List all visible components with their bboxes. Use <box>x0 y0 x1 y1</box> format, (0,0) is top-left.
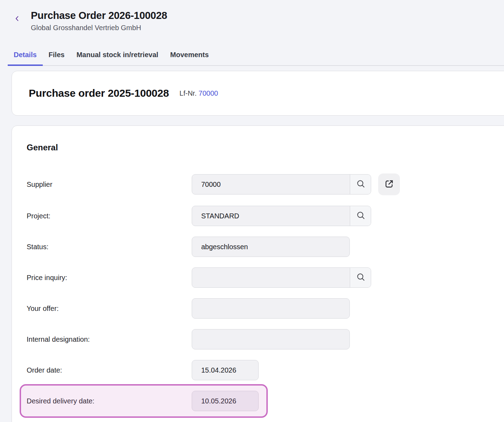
supplier-label: Supplier <box>27 181 192 189</box>
tab-details[interactable]: Details <box>8 47 43 66</box>
tab-movements[interactable]: Movements <box>164 47 215 66</box>
status-label: Status: <box>27 243 192 251</box>
tab-manual-stock[interactable]: Manual stock in/retrieval <box>70 47 164 66</box>
chevron-left-icon <box>13 19 21 24</box>
status-input-group <box>192 237 350 257</box>
search-icon <box>356 272 365 283</box>
supplier-input[interactable] <box>192 175 350 194</box>
internal-designation-input[interactable] <box>192 329 349 349</box>
general-card: General Supplier Project: <box>12 125 504 422</box>
tab-bar: Details Files Manual stock in/retrieval … <box>8 47 504 66</box>
form-row-your-offer: Your offer: <box>27 298 497 319</box>
status-input[interactable] <box>192 237 349 257</box>
supplier-number-caption: Lf-Nr. 70000 <box>179 89 218 97</box>
price-inquiry-search-button[interactable] <box>350 268 371 287</box>
your-offer-input[interactable] <box>192 299 349 318</box>
desired-delivery-date-input-group <box>192 391 259 411</box>
form-row-project: Project: <box>27 206 497 226</box>
project-search-button[interactable] <box>350 206 371 226</box>
price-inquiry-label: Price inquiry: <box>27 274 192 282</box>
internal-designation-label: Internal designation: <box>27 335 192 343</box>
general-heading: General <box>27 143 497 152</box>
your-offer-input-group <box>192 298 350 319</box>
tab-files[interactable]: Files <box>43 47 71 66</box>
form-row-status: Status: <box>27 237 497 257</box>
form-row-internal-designation: Internal designation: <box>27 329 497 349</box>
desired-delivery-date-input[interactable] <box>192 391 258 411</box>
order-card-title: Purchase order 2025-100028 <box>29 87 169 99</box>
supplier-input-group <box>192 174 371 195</box>
supplier-open-button[interactable] <box>378 173 400 195</box>
project-label: Project: <box>27 212 192 220</box>
order-date-label: Order date: <box>27 366 192 374</box>
general-form: Supplier Project: <box>27 173 497 411</box>
lf-nr-label: Lf-Nr. <box>179 89 197 97</box>
price-inquiry-input-group <box>192 267 371 288</box>
form-row-order-date: Order date: <box>27 360 497 380</box>
form-row-desired-delivery-date: Desired delivery date: <box>27 391 497 411</box>
supplier-number-link[interactable]: 70000 <box>199 89 218 97</box>
form-row-supplier: Supplier <box>27 173 497 195</box>
project-input-group <box>192 206 371 226</box>
page-title: Purchase Order 2026-100028 <box>31 9 167 22</box>
price-inquiry-input[interactable] <box>192 268 350 287</box>
project-input[interactable] <box>192 206 350 226</box>
order-date-input[interactable] <box>192 360 258 380</box>
page-subtitle: Global Grosshandel Vertrieb GmbH <box>31 22 167 33</box>
internal-designation-input-group <box>192 329 350 349</box>
back-button[interactable] <box>13 14 21 23</box>
desired-delivery-date-label: Desired delivery date: <box>27 397 192 405</box>
search-icon <box>356 179 365 190</box>
page-header: Purchase Order 2026-100028 Global Grossh… <box>0 0 504 33</box>
search-icon <box>356 211 365 221</box>
external-link-icon <box>384 179 394 190</box>
form-row-price-inquiry: Price inquiry: <box>27 267 497 288</box>
supplier-search-button[interactable] <box>350 175 371 194</box>
your-offer-label: Your offer: <box>27 305 192 313</box>
order-date-input-group <box>192 360 259 380</box>
order-title-card: Purchase order 2025-100028 Lf-Nr. 70000 <box>12 71 504 116</box>
